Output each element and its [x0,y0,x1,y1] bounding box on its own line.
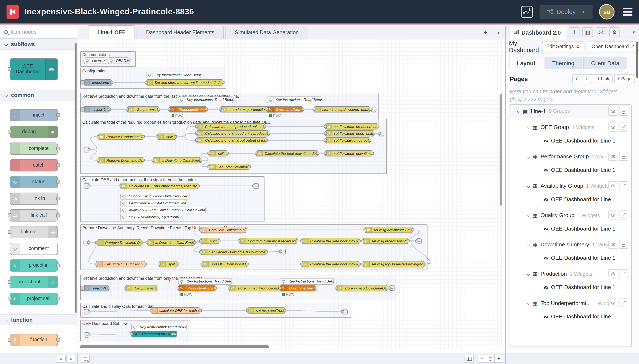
lock-button[interactable] [619,240,628,249]
palette-category-common[interactable]: common [0,90,77,100]
node-port[interactable] [56,338,60,342]
node-port-out[interactable] [316,152,319,154]
palette-collapse-up-button[interactable]: « [57,355,66,363]
node-port-out[interactable] [157,108,160,111]
visibility-eye-button[interactable] [608,152,617,161]
node-comment[interactable]: Key Instructions: Read Before Proceeding [178,96,233,103]
node-port-in[interactable] [119,184,122,187]
node-fn-Calculate-Downtime-Summe[interactable]: ƒCalculate Downtime Summery [201,227,246,233]
node-ch-set-flow.total_downtime[interactable]: ⇄set flow.total_downtime [325,150,373,156]
node-port-out[interactable] [199,158,202,162]
help-book-button[interactable]: ▥ [582,27,593,37]
node-port-out[interactable] [295,239,298,242]
node-port-in[interactable] [312,108,315,111]
node-port-out[interactable] [111,81,114,84]
node-port-in[interactable] [246,309,249,312]
tab-dashboard-2[interactable]: Dashboard 2.0 [509,26,566,39]
expand-all-button[interactable]: « [583,74,592,83]
node-lo[interactable]: → [389,286,395,291]
node-db-DowntimeData[interactable]: ✎DowntimeData [267,106,303,112]
node-jn-Combine-the-data-back-in[interactable]: ⇥Combine the data back into an array. [301,238,360,244]
node-ch-set-msg.downtimeSummery[interactable]: ⇄set msg.downtimeSummery [365,227,413,233]
visibility-eye-button[interactable] [608,240,617,249]
node-in-timestamp-¹[interactable]: →timestamp ¹ [84,80,112,86]
node-port-out[interactable] [87,241,90,244]
node-sw-Is-Downtime-Data-Empty?[interactable]: ≷Is Downtime Data Empty? [147,240,195,246]
node-port-in[interactable] [228,286,231,290]
lock-button[interactable] [619,106,628,116]
lock-button[interactable] [619,152,628,161]
node-port-in[interactable] [279,286,282,290]
node-lo[interactable]: → [417,238,422,244]
node-port-out[interactable] [174,135,177,138]
node-port-in[interactable] [362,262,365,266]
node-port-out[interactable] [108,108,111,111]
node-port-out[interactable] [265,250,268,253]
node-port-in[interactable] [219,108,222,111]
node-ch-Set-Total-Downtime-to-0[interactable]: ⇄Set Total Downtime to 0 [209,164,249,170]
node-port-in[interactable] [300,239,303,242]
collapse-all-button[interactable]: » [572,74,581,83]
add-page-button[interactable]: + Page [614,74,635,83]
tree-group-row[interactable]: ▦Availability Group1 Widgets [509,179,631,193]
node-port-in[interactable] [126,108,129,111]
node-port-in[interactable] [156,135,159,138]
node-port-in[interactable] [415,239,418,242]
tree-page-row[interactable]: ▣Line-19 Groups [509,105,631,118]
node-ch-set-msg.topUnderPerformi[interactable]: ⇄set msg.topUnderPerformingMachines [363,261,425,267]
canvas-search-button[interactable] [81,355,90,363]
node-ch-Set-and-store-the-curren[interactable]: ⇄Set and store the current line and shif… [146,80,223,86]
node-comment[interactable]: Key Instructions: Read Before Proceeding [267,96,322,103]
minimap-button[interactable] [465,355,474,363]
flow-group[interactable]: Calculate and display OEE for each day. [80,303,352,318]
node-sw-Is-Downtime-Data-Empty?[interactable]: ≷Is Downtime Data Empty? [153,157,201,163]
node-port[interactable] [8,230,12,234]
node-port-out[interactable] [244,228,247,231]
tab-client-data[interactable]: Client Data [583,56,627,69]
node-db-DowntimeData[interactable]: ✎DowntimeData [280,285,316,291]
main-menu-icon[interactable] [621,6,634,17]
tree-group-row[interactable]: ▦Downtime summery1 Widgets [509,238,631,251]
node-port-out[interactable] [199,309,202,312]
visibility-eye-button[interactable] [608,123,617,132]
node-port-in[interactable] [124,286,127,290]
node-st-Sort-data-from-most-rece[interactable]: ⇅Sort data from most recent to oldest [239,238,297,244]
add-link-button[interactable]: + Link [594,74,612,83]
node-port-in[interactable] [255,152,258,154]
node-port-out[interactable] [193,241,196,244]
deploy-button[interactable]: Deploy ▼ [539,5,592,18]
node-ch-Set-params[interactable]: ⇄Set params [125,285,157,291]
node-jn-Calculate-the-total-good[interactable]: ⇥Calculate the total good units produced… [196,130,269,136]
node-port-in[interactable] [370,108,373,111]
tree-widget-row[interactable]: OEE Dashboard for Line 1 [509,280,631,294]
node-port-out[interactable] [144,262,147,266]
node-port-in[interactable] [150,309,153,312]
inject-button[interactable] [80,80,85,85]
node-port-in[interactable] [364,228,366,231]
palette-node-status[interactable]: ∿status [10,176,58,188]
node-port-in[interactable] [378,132,381,135]
node-port[interactable] [56,264,60,267]
settings-gear-button[interactable]: ⚙ [609,27,620,37]
lock-button[interactable] [619,298,628,308]
node-port-out[interactable] [301,108,304,111]
node-comment[interactable]: Performance = Total Produced Units / Tot… [120,200,187,206]
node-lo[interactable]: → [371,106,376,112]
node-port-out[interactable] [142,135,145,138]
palette-node-catch[interactable]: !catch [10,159,58,172]
palette-node-debug[interactable]: debug≡ [10,126,58,138]
lock-button[interactable] [619,123,628,132]
palette-filter[interactable]: filter nodes [0,26,77,39]
node-ch-set-flow.target_output[interactable]: ⇄set flow.target_output [325,137,370,143]
node-port-in[interactable] [324,132,327,135]
node-port-in[interactable] [95,241,98,244]
node-port[interactable] [8,280,12,284]
node-comment[interactable]: Quality = Total Good Units Produced / To… [120,193,190,200]
node-li[interactable]: → [84,240,89,245]
edit-settings-button[interactable]: Edit Settings⚙ [542,42,584,51]
tree-group-row[interactable]: ▦OEE Group1 Widgets [509,120,631,134]
tree-widget-row[interactable]: OEE Dashboard for Line 1 [509,310,631,324]
node-ch-store-in-msg.DowntimeDat[interactable]: ⇄store in msg.DowntimeData [336,285,387,291]
node-port-out[interactable] [222,81,225,84]
node-port-out[interactable] [155,286,158,290]
